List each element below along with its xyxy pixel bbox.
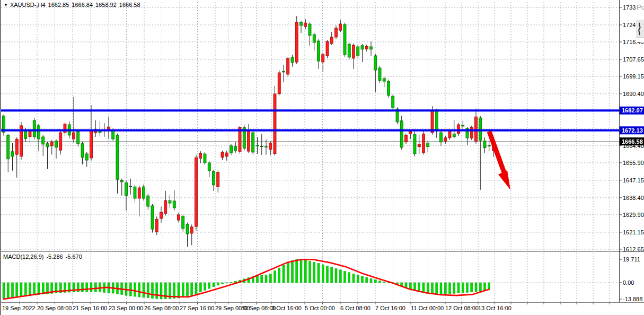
macd-histogram-bar [339, 270, 341, 283]
candle-body [120, 180, 123, 182]
price-badge-label: 1666.58 [622, 138, 643, 145]
macd-histogram-bar [357, 275, 359, 283]
candle-body [59, 133, 62, 150]
macd-histogram-bar [24, 283, 27, 296]
macd-histogram-bar [444, 283, 446, 294]
macd-histogram-bar [199, 283, 201, 292]
time-tick-label: 21 Sep 16:00 [73, 305, 107, 311]
candle-body [77, 132, 80, 144]
time-tick-label: 19 Sep 2022 [2, 305, 35, 311]
macd-indicator-label: MACD(12,26,9)-5.286-5.670 [3, 253, 85, 260]
candle-body [134, 187, 136, 198]
candle-body [308, 24, 311, 36]
open-value: 1662.85 [48, 2, 69, 8]
candle-body [409, 132, 412, 134]
time-tick-label: 3 Oct 16:00 [271, 305, 302, 311]
time-tick-label: 20 Sep 08:00 [37, 305, 72, 311]
horizontal-line-object[interactable] [1, 109, 619, 111]
candle-body [448, 132, 451, 138]
macd-name: MACD(12,26,9) [3, 253, 43, 260]
price-tick-label: 1621.15 [623, 229, 644, 235]
candle-body [291, 57, 294, 63]
macd-histogram-bar [187, 283, 189, 296]
macd-histogram-bar [422, 283, 425, 293]
macd-histogram-bar [348, 273, 350, 283]
macd-histogram-bar [222, 283, 224, 284]
candle-body [38, 126, 40, 139]
macd-histogram-bar [322, 265, 324, 283]
candle-body [343, 24, 346, 55]
candle-body [125, 183, 128, 196]
candle-body [151, 206, 154, 229]
macd-histogram-bar [475, 283, 477, 292]
time-tick-label: 6 Oct 08:00 [340, 305, 370, 311]
macd-histogram-bar [335, 268, 337, 283]
macd-histogram-bar [90, 283, 92, 292]
trading-chart-window: 1733.651724.901716.401707.651699.151690.… [0, 0, 644, 315]
candle-body [392, 96, 394, 108]
macd-histogram-bar [304, 260, 306, 283]
popup-button[interactable] [636, 19, 644, 38]
candle-body [457, 125, 460, 134]
macd-histogram-bar [370, 278, 372, 283]
macd-histogram-bar [274, 271, 276, 283]
high-value: 1666.84 [72, 2, 93, 8]
candle-body [453, 134, 455, 137]
chart-plot-area[interactable]: 1733.651724.901716.401707.651699.151690.… [1, 0, 644, 315]
trend-arrow-shaft[interactable] [489, 132, 504, 172]
candle-body [252, 133, 254, 152]
candle-body [475, 117, 478, 141]
macd-histogram-bar [29, 283, 31, 296]
time-tick-label: 5 Oct 00:00 [305, 305, 335, 311]
candle-body [204, 154, 206, 163]
macd-tick-label: 0.00 [623, 279, 634, 286]
candle-body [444, 138, 447, 142]
candle-body [11, 152, 14, 156]
candle-body [313, 34, 315, 42]
candle-body [317, 41, 320, 61]
macd-histogram-bar [94, 283, 96, 292]
macd-histogram-bar [457, 283, 460, 293]
candle-body [260, 146, 263, 146]
macd-histogram-bar [313, 262, 315, 283]
chevron-down-icon[interactable]: ▼ [4, 3, 8, 7]
price-badge-label: 1672.13 [622, 127, 643, 134]
macd-histogram-bar [152, 283, 154, 299]
candle-body [116, 135, 119, 179]
price-tick-label: 1638.40 [623, 195, 644, 201]
candle-body [85, 154, 88, 160]
candle-body [143, 187, 145, 198]
macd-histogram-bar [82, 283, 84, 292]
macd-histogram-bar [156, 283, 158, 299]
macd-histogram-bar [309, 261, 311, 283]
macd-histogram-bar [471, 283, 473, 292]
candle-body [470, 127, 473, 138]
macd-histogram-bar [143, 283, 145, 298]
price-tick-label: 1690.40 [623, 91, 644, 97]
candle-body [42, 137, 45, 144]
macd-histogram-bar [195, 283, 197, 294]
candle-body [370, 47, 373, 49]
candle-body [335, 28, 338, 37]
candle-body [330, 37, 333, 43]
horizontal-line-object[interactable] [1, 129, 619, 132]
chart-title: ▼XAUUSD-,H41662.851666.841658.921666.58 [4, 2, 143, 8]
candle-body [46, 144, 49, 147]
macd-tick-label: -13.888 [623, 296, 642, 302]
candle-body [304, 23, 307, 27]
popup-button-icon [636, 20, 644, 38]
macd-histogram-bar [33, 283, 36, 295]
macd-histogram-bar [462, 283, 464, 293]
candle-body [178, 215, 180, 220]
candle-body [147, 196, 149, 206]
macd-histogram-bar [213, 283, 215, 287]
macd-histogram-bar [331, 267, 333, 283]
candle-body [383, 78, 385, 81]
macd-tick-label: 19.711 [623, 256, 640, 262]
time-tick-label: 26 Sep 08:00 [144, 305, 179, 311]
macd-histogram-bar [352, 274, 355, 283]
candle-body [400, 121, 403, 147]
macd-histogram-bar [208, 283, 210, 288]
price-badge-label: 1682.07 [622, 107, 643, 113]
macd-histogram-bar [134, 283, 136, 296]
